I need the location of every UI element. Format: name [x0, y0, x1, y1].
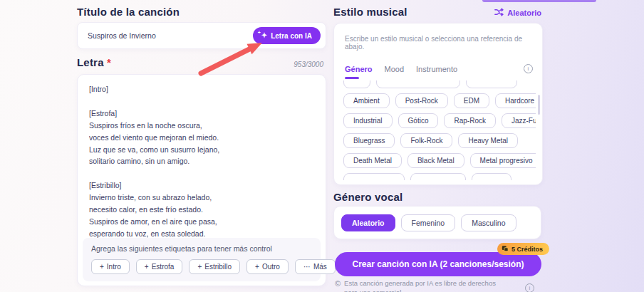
genre-chip-jazz-fusion[interactable]: Jazz-Fusion [502, 113, 536, 128]
credits-icon [502, 245, 509, 254]
style-column: Estilo musical Aleatorio Escribe un esti… [333, 0, 541, 292]
chip-row: Death Metal Black Metal Metal progresivo [343, 153, 536, 168]
genre-chip-edm[interactable]: EDM [454, 93, 489, 108]
tags-hint: Agrega las siguientes etiquetas para ten… [91, 244, 312, 253]
genre-chip-black-metal[interactable]: Black Metal [407, 153, 464, 168]
chip-row: Industrial Gótico Rap-Rock Jazz-Fusion [343, 113, 536, 128]
genre-chip-rap-rock[interactable]: Rap-Rock [444, 113, 495, 128]
lyrics-ai-button[interactable]: +✦ Letra con IA [253, 27, 321, 44]
genre-chip-death-metal[interactable]: Death Metal [343, 153, 402, 168]
chip-row: Ambient Post-Rock EDM Hardcore [343, 93, 536, 108]
plus-icon: + [197, 263, 202, 271]
style-tabs: Género Mood Instrumento [345, 65, 457, 73]
sparkle-icon: +✦ [261, 32, 267, 39]
copyright-icon: © [335, 279, 341, 292]
credits-badge: 5 Créditos [497, 243, 549, 255]
song-form-column: Título de la canción Suspiros de Inviern… [77, 0, 325, 292]
info-icon[interactable]: i [524, 64, 533, 73]
vocal-gender-card: Aleatorio Femenino Masculino [333, 206, 541, 239]
add-estribillo-button[interactable]: + Estribillo [189, 259, 240, 274]
add-estrofa-button[interactable]: + Estrofa [136, 259, 183, 274]
genre-chip[interactable] [410, 173, 466, 180]
song-title-heading: Título de la canción [77, 6, 180, 18]
add-outro-button[interactable]: + Outro [246, 259, 289, 274]
genre-chip[interactable] [343, 173, 405, 180]
tab-mood[interactable]: Mood [385, 65, 405, 73]
lyrics-tags-panel: Agrega las siguientes etiquetas para ten… [83, 238, 321, 281]
song-title-input[interactable]: Suspiros de Invierno [88, 23, 156, 48]
genre-chip-post-rock[interactable]: Post-Rock [395, 93, 448, 108]
musical-style-heading: Estilo musical [333, 6, 407, 18]
genre-chip-heavy-metal[interactable]: Heavy Metal [458, 133, 518, 148]
plus-icon: + [145, 263, 149, 271]
vocal-option-aleatorio[interactable]: Aleatorio [341, 214, 395, 231]
genre-chip-industrial[interactable]: Industrial [343, 113, 393, 128]
song-creator-page: Título de la canción Suspiros de Inviern… [0, 0, 644, 292]
vocal-gender-heading: Género vocal [333, 191, 402, 203]
ellipsis-icon: ⋯ [303, 263, 311, 271]
genre-chip-metal-progresivo[interactable]: Metal progresivo [470, 153, 536, 168]
chip-row-clipped-top [343, 80, 536, 88]
add-intro-button[interactable]: + Intro [91, 259, 130, 274]
song-title-field: Suspiros de Invierno +✦ Letra con IA [77, 22, 326, 49]
genre-chip[interactable] [376, 80, 460, 88]
tab-instrumento[interactable]: Instrumento [416, 65, 457, 73]
create-song-button[interactable]: Crear canción con IA (2 canciones/sesión… [335, 252, 541, 276]
tab-genero[interactable]: Género [345, 65, 373, 73]
genre-chip-folk-rock[interactable]: Folk-Rock [400, 133, 452, 148]
chip-list-scrollbar[interactable] [538, 95, 540, 115]
lyrics-textarea[interactable]: [Intro] [Estrofa] Suspiros fríos en la n… [89, 83, 317, 241]
vocal-option-femenino[interactable]: Femenino [401, 214, 456, 231]
random-style-link[interactable]: Aleatorio [494, 8, 541, 18]
genre-chip-list: Ambient Post-Rock EDM Hardcore Industria… [343, 80, 536, 180]
plus-icon: + [100, 263, 104, 271]
genre-chip[interactable] [466, 80, 517, 88]
plus-icon: + [255, 263, 259, 271]
info-icon[interactable]: i [525, 283, 534, 292]
lyrics-ai-button-label: Letra con IA [271, 32, 312, 40]
active-tab-underline [345, 77, 359, 79]
chip-row: Bluegrass Folk-Rock Heavy Metal [343, 133, 536, 148]
lyrics-card: [Intro] [Estrofa] Suspiros fríos en la n… [77, 74, 326, 286]
musical-style-card: Escribe un estilo musical o selecciona u… [333, 23, 543, 185]
style-input[interactable]: Escribe un estilo musical o selecciona u… [345, 35, 531, 51]
shuffle-icon [494, 8, 504, 18]
more-tags-button[interactable]: ⋯ Más [295, 259, 336, 274]
genre-chip-bluegrass[interactable]: Bluegrass [343, 133, 395, 148]
chip-row-clipped-bottom [343, 173, 536, 180]
char-counter: 953/3000 [77, 61, 323, 68]
vocal-option-masculino[interactable]: Masculino [461, 214, 516, 231]
genre-chip[interactable] [343, 80, 370, 88]
genre-chip-ambient[interactable]: Ambient [343, 93, 390, 108]
license-note: © Esta canción generada por IA es libre … [335, 279, 509, 292]
genre-chip-hardcore[interactable]: Hardcore [495, 93, 536, 108]
genre-chip[interactable] [472, 173, 511, 180]
genre-chip-gotico[interactable]: Gótico [398, 113, 439, 128]
tags-row: + Intro + Estrofa + Estribillo + Outro ⋯… [91, 259, 312, 274]
